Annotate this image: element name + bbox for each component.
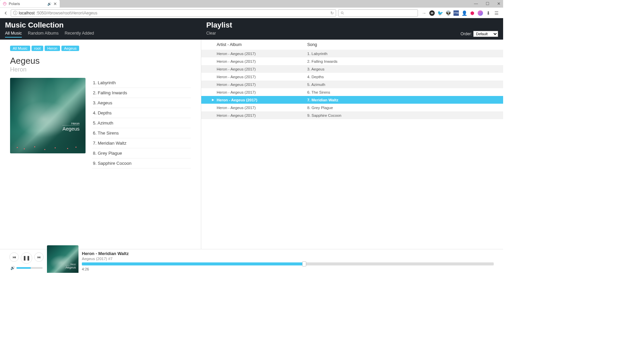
playlist-row-artist: Heron - Aegeus (2017) [217, 98, 307, 102]
twitter-icon[interactable]: 🐦 [437, 10, 443, 16]
reload-icon[interactable]: ↻ [330, 11, 334, 15]
browser-search[interactable] [338, 9, 418, 17]
track-item[interactable]: 2. Falling Inwards [92, 88, 191, 98]
audio-icon[interactable]: 🔊 [47, 2, 51, 6]
track-item[interactable]: 4. Depths [92, 108, 191, 118]
ext-gradient-icon[interactable] [478, 10, 483, 16]
playlist-row-song: 4. Depths [307, 75, 324, 79]
svg-point-1 [341, 12, 343, 14]
playlist-row-song: 9. Sapphire Cocoon [307, 113, 341, 117]
prev-button[interactable]: ⏮ [9, 252, 19, 262]
playlist-row-artist: Heron - Aegeus (2017) [217, 83, 307, 87]
progress-bar[interactable] [82, 262, 494, 265]
pause-button[interactable]: ❚❚ [21, 252, 32, 264]
collection-title: Music Collection [5, 21, 196, 30]
minimize-icon[interactable]: — [474, 1, 478, 6]
menu-icon[interactable]: ☰ [494, 10, 499, 16]
playlist-row[interactable]: Heron - Aegeus (2017)2. Falling Inwards [201, 57, 503, 65]
arrow-right-icon[interactable]: → [421, 10, 427, 16]
track-item[interactable]: 3. Aegeus [92, 98, 191, 108]
ext-dark-icon[interactable]: III [429, 10, 435, 16]
tab-title: Polaris [9, 2, 20, 6]
tab-strip: Polaris 🔊 ✕ — ☐ ✕ [0, 0, 503, 7]
now-playing-time: 4:26 [82, 267, 494, 271]
window-controls: — ☐ ✕ [474, 1, 501, 6]
crumb-heron[interactable]: Heron [45, 46, 60, 51]
url-input[interactable]: ⓘ localhost:5050/#browse/root\Heron\Aege… [11, 9, 336, 17]
now-playing-title: Heron - Meridian Waltz [82, 251, 494, 256]
playlist-row-song: 7. Meridian Waltz [307, 98, 338, 102]
ext-red-icon[interactable]: ⬢ [470, 10, 475, 16]
album-cover[interactable]: Heron Aegeus [10, 78, 86, 153]
browser-chrome: Polaris 🔊 ✕ — ☐ ✕ ⓘ localhost:5050/#brow… [0, 0, 503, 18]
next-button[interactable]: ⏭ [34, 252, 44, 262]
playlist-panel: Artist - Album Song Heron - Aegeus (2017… [201, 40, 503, 249]
playlist-row-song: 8. Grey Plague [307, 106, 333, 110]
order-control: Order: Default [461, 31, 498, 37]
album-title: Aegeus [10, 56, 191, 66]
favicon-icon [3, 2, 7, 6]
browse-panel: All Music root Heron Aegeus Aegeus Heron… [0, 40, 201, 249]
playlist-row[interactable]: Heron - Aegeus (2017)4. Depths [201, 73, 503, 81]
playlist-row[interactable]: Heron - Aegeus (2017)1. Labyrinth [201, 50, 503, 57]
now-playing-subtitle: Aegeus (2017) #7 [82, 257, 494, 261]
playlist-row-song: 3. Aegeus [307, 67, 324, 71]
collection-nav: All Music Random Albums Recently Added [5, 31, 196, 38]
playlist-row[interactable]: Heron - Aegeus (2017)3. Aegeus [201, 65, 503, 73]
nav-all-music[interactable]: All Music [5, 31, 22, 38]
track-item[interactable]: 8. Grey Plague [92, 148, 191, 158]
track-item[interactable]: 1. Labyrinth [92, 78, 191, 88]
volume-icon[interactable]: 🔊 [10, 266, 15, 270]
nav-recently-added[interactable]: Recently Added [65, 31, 94, 38]
info-icon[interactable]: ⓘ [13, 10, 17, 16]
track-item[interactable]: 9. Sapphire Cocoon [92, 158, 191, 168]
tab-close-icon[interactable]: ✕ [53, 1, 57, 6]
playlist-row-song: 1. Labyrinth [307, 52, 327, 56]
playlist-row-song: 6. The Sirens [307, 90, 330, 94]
url-path: :5050/#browse/root\Heron\Aegeus [36, 11, 97, 15]
extension-icons: → III 🐦 👽 HTML 👤 ⬢ ⬇ ☰ [420, 10, 500, 16]
track-item[interactable]: 6. The Sirens [92, 128, 191, 138]
crumb-all-music[interactable]: All Music [10, 46, 30, 51]
now-playing-info: Heron - Meridian Waltz Aegeus (2017) #7 … [82, 251, 494, 271]
playlist-row[interactable]: Heron - Aegeus (2017)8. Grey Plague [201, 104, 503, 111]
app-header: Music Collection All Music Random Albums… [0, 18, 503, 40]
playlist-row[interactable]: Heron - Aegeus (2017)6. The Sirens [201, 88, 503, 96]
playlist-row-artist: Heron - Aegeus (2017) [217, 113, 307, 117]
reddit-icon[interactable]: 👽 [445, 10, 451, 16]
maximize-icon[interactable]: ☐ [485, 1, 490, 6]
volume-control[interactable]: 🔊 [10, 266, 43, 270]
playlist-row[interactable]: Heron - Aegeus (2017)7. Meridian Waltz [201, 96, 503, 104]
breadcrumbs: All Music root Heron Aegeus [10, 46, 191, 51]
playlist-row-artist: Heron - Aegeus (2017) [217, 90, 307, 94]
track-item[interactable]: 7. Meridian Waltz [92, 138, 191, 148]
cover-text: Heron Aegeus [62, 122, 79, 132]
order-select[interactable]: Default [473, 31, 498, 37]
svg-point-0 [3, 2, 6, 5]
playlist-row-artist: Heron - Aegeus (2017) [217, 106, 307, 110]
playlist-row[interactable]: Heron - Aegeus (2017)9. Sapphire Cocoon [201, 111, 503, 119]
ext-blue-icon[interactable]: HTML [453, 10, 459, 16]
now-playing-cover[interactable]: Heron Aegeus [47, 245, 78, 273]
playlist-row[interactable]: Heron - Aegeus (2017)5. Azimuth [201, 81, 503, 88]
main-split: All Music root Heron Aegeus Aegeus Heron… [0, 40, 503, 249]
address-bar: ⓘ localhost:5050/#browse/root\Heron\Aege… [0, 7, 503, 18]
progress-thumb[interactable] [302, 261, 306, 266]
ext-person-icon[interactable]: 👤 [462, 10, 467, 16]
clear-playlist[interactable]: Clear [206, 31, 216, 36]
crumb-root[interactable]: root [32, 46, 43, 51]
playlist-header-row: Artist - Album Song [201, 40, 503, 50]
playlist-col-artist: Artist - Album [217, 42, 307, 47]
transport: ⏮ ❚❚ ⏭ 🔊 [9, 252, 44, 270]
close-window-icon[interactable]: ✕ [496, 1, 501, 6]
back-button[interactable] [3, 10, 9, 16]
download-icon[interactable]: ⬇ [486, 10, 491, 16]
playlist-col-song: Song [307, 42, 317, 47]
playlist-row-artist: Heron - Aegeus (2017) [217, 75, 307, 79]
crumb-aegeus[interactable]: Aegeus [61, 46, 79, 51]
browser-tab[interactable]: Polaris 🔊 ✕ [0, 0, 60, 7]
order-label: Order: [461, 32, 472, 36]
nav-random-albums[interactable]: Random Albums [28, 31, 59, 38]
search-icon [340, 11, 344, 15]
track-item[interactable]: 5. Azimuth [92, 118, 191, 128]
